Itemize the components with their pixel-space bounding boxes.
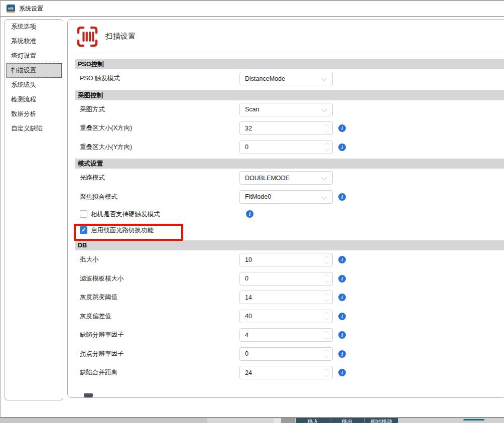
- row-control: DistanceMode: [239, 72, 333, 85]
- info-icon[interactable]: i: [338, 350, 346, 358]
- number-input[interactable]: 0: [239, 140, 333, 154]
- chevron-down-icon: [321, 175, 327, 181]
- row-label: 批大小: [80, 250, 99, 269]
- checkbox[interactable]: ✓: [80, 226, 87, 234]
- info-icon[interactable]: i: [338, 294, 346, 301]
- taskbar-button[interactable]: 移出: [330, 418, 364, 423]
- spinner-up-icon: [325, 350, 329, 354]
- row-control: 32i: [239, 121, 346, 135]
- number-input[interactable]: 40: [239, 310, 333, 323]
- spinner-arrows[interactable]: [325, 313, 328, 320]
- info-icon[interactable]: i: [338, 275, 346, 283]
- chevron-down-icon: [321, 106, 327, 112]
- dropdown-value: FitMode0: [245, 193, 271, 200]
- spinner-up-icon: [325, 255, 329, 259]
- number-input[interactable]: 10: [239, 253, 333, 266]
- spinner-arrows[interactable]: [325, 350, 328, 358]
- row-label: 拐点分辨率因子: [80, 345, 124, 364]
- dropdown[interactable]: Scan: [239, 103, 333, 116]
- window-titlebar[interactable]: vis 系统设置: [1, 1, 504, 17]
- spinner-arrows[interactable]: [325, 294, 328, 301]
- number-input[interactable]: 32: [239, 121, 333, 135]
- checkbox-label: 启用线面光路切换功能: [91, 222, 154, 238]
- info-icon-glyph: i: [341, 194, 343, 200]
- sidebar-item[interactable]: 系统校准: [6, 34, 62, 49]
- row-label: 灰度偏差值: [80, 307, 111, 326]
- input-value: 32: [245, 125, 252, 132]
- number-input[interactable]: 4: [239, 328, 333, 342]
- page-title: 扫描设置: [105, 32, 136, 41]
- scan-settings-panel: 扫描设置 PSO控制PSO 触发模式DistanceMode采图控制采图方式Sc…: [67, 19, 504, 398]
- sidebar-item[interactable]: 系统选项: [6, 20, 62, 34]
- settings-row: 重叠区大小(X方向)32i: [68, 119, 504, 138]
- input-value: 14: [245, 294, 252, 301]
- dropdown-value: DistanceMode: [245, 75, 285, 82]
- dropdown[interactable]: DOUBLEMODE: [239, 171, 333, 185]
- scroll-handle[interactable]: [84, 393, 93, 397]
- info-icon[interactable]: i: [338, 331, 346, 339]
- spinner-up-icon: [325, 368, 329, 372]
- taskbar-button[interactable]: 相对移动: [364, 418, 398, 423]
- info-icon-glyph: i: [341, 314, 343, 319]
- dropdown[interactable]: FitMode0: [239, 190, 333, 204]
- row-label: 重叠区大小(Y方向): [80, 138, 132, 157]
- settings-row: 重叠区大小(Y方向)0i: [68, 138, 504, 157]
- dropdown[interactable]: DistanceMode: [239, 72, 333, 85]
- taskbar-button[interactable]: 移入: [296, 418, 330, 423]
- settings-row: 光路模式DOUBLEMODE: [68, 169, 504, 188]
- info-icon[interactable]: i: [338, 256, 346, 263]
- panel-body: PSO控制PSO 触发模式DistanceMode采图控制采图方式Scan重叠区…: [68, 59, 504, 382]
- number-input[interactable]: 14: [239, 291, 333, 304]
- info-icon[interactable]: i: [338, 369, 346, 376]
- spinner-arrows[interactable]: [325, 331, 328, 339]
- settings-row: 批大小10i: [68, 250, 504, 269]
- spinner-arrows[interactable]: [325, 144, 328, 151]
- dropdown-value: DOUBLEMODE: [245, 175, 290, 182]
- spinner-arrows[interactable]: [325, 124, 328, 132]
- number-input[interactable]: 0: [239, 272, 333, 286]
- info-icon[interactable]: i: [246, 210, 254, 218]
- info-icon-glyph: i: [341, 351, 343, 357]
- info-icon[interactable]: i: [338, 144, 346, 151]
- settings-row: 采图方式Scan: [68, 100, 504, 119]
- spinner-up-icon: [325, 331, 329, 335]
- spinner-arrows[interactable]: [325, 275, 328, 283]
- section-header: DB: [75, 240, 504, 250]
- spinner-up-icon: [325, 312, 329, 316]
- sidebar-item[interactable]: 自定义缺陷: [6, 121, 62, 136]
- chevron-down-icon: [321, 194, 327, 199]
- input-value: 10: [245, 256, 252, 263]
- settings-section: 采图控制采图方式Scan重叠区大小(X方向)32i重叠区大小(Y方向)0i: [68, 90, 504, 157]
- sidebar-item[interactable]: 扫描设置: [6, 63, 62, 78]
- spinner-arrows[interactable]: [325, 369, 328, 376]
- taskbar-accent-dash: [463, 419, 484, 420]
- input-value: 0: [245, 275, 248, 282]
- checkbox[interactable]: [80, 210, 87, 218]
- sidebar-item[interactable]: 检测流程: [6, 92, 62, 107]
- row-control: 14i: [239, 291, 346, 304]
- info-icon-glyph: i: [341, 145, 343, 150]
- spinner-down-icon: [325, 335, 329, 339]
- info-icon[interactable]: i: [338, 313, 346, 320]
- sidebar-item[interactable]: 数据分析: [6, 107, 62, 121]
- spinner-down-icon: [325, 373, 329, 377]
- settings-row: 灰度偏差值40i: [68, 307, 504, 326]
- number-input[interactable]: 24: [239, 366, 333, 379]
- row-control: 0i: [239, 347, 346, 361]
- section-header: 采图控制: [75, 90, 504, 100]
- taskbar-segment: [281, 418, 295, 423]
- spinner-up-icon: [325, 274, 329, 278]
- window-title: 系统设置: [19, 5, 43, 13]
- settings-row: 拐点分辨率因子0i: [68, 345, 504, 364]
- settings-section: DB批大小10i滤波模板核大小0i灰度跳变阈值14i灰度偏差值40i缺陷分辨率因…: [68, 240, 504, 382]
- sidebar-item[interactable]: 系统镜头: [6, 78, 62, 92]
- info-icon[interactable]: i: [338, 193, 346, 201]
- checkbox-label: 相机是否支持硬触发模式: [91, 206, 160, 222]
- info-icon[interactable]: i: [338, 124, 346, 132]
- sidebar-item[interactable]: 塔灯设置: [6, 49, 62, 63]
- number-input[interactable]: 0: [239, 347, 333, 361]
- spinner-arrows[interactable]: [325, 256, 328, 263]
- spinner-down-icon: [325, 298, 329, 302]
- row-label: 滤波模板核大小: [80, 269, 124, 289]
- spinner-up-icon: [325, 293, 329, 297]
